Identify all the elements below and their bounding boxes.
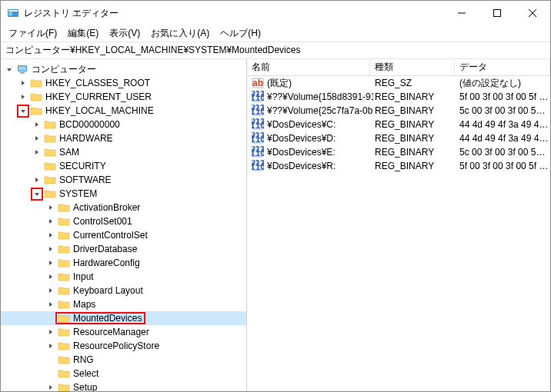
tree-label: SECURITY xyxy=(59,161,106,171)
tree-item-RNG[interactable]: RNG xyxy=(1,353,246,367)
chevron-right-icon[interactable] xyxy=(32,133,42,144)
tree-item-CurrentControlSet[interactable]: CurrentControlSet xyxy=(1,228,246,242)
svg-marker-26 xyxy=(49,288,52,293)
value-row[interactable]: 011110¥??¥Volume{25c7fa7a-0b...REG_BINAR… xyxy=(247,104,550,118)
tree-label: ControlSet001 xyxy=(73,216,132,227)
value-type: REG_BINARY xyxy=(373,161,458,171)
tree-item--------[interactable]: コンピューター xyxy=(1,62,246,76)
tree-item-HKEY-CURRENT-USER[interactable]: HKEY_CURRENT_USER xyxy=(1,90,246,104)
folder-icon xyxy=(44,188,56,199)
tree-item-HardwareConfig[interactable]: HardwareConfig xyxy=(1,256,246,270)
list-view[interactable]: 名前 種類 データ ab(既定)REG_SZ(値の設定なし)011110¥??¥… xyxy=(247,59,550,391)
tree-label: Keyboard Layout xyxy=(73,285,143,296)
svg-rect-11 xyxy=(20,72,25,74)
tree-view[interactable]: コンピューターHKEY_CLASSES_ROOTHKEY_CURRENT_USE… xyxy=(1,59,247,391)
chevron-right-icon[interactable] xyxy=(45,257,56,268)
menu-help[interactable]: ヘルプ(H) xyxy=(215,25,265,42)
computer-icon xyxy=(16,64,28,75)
col-header-data[interactable]: データ xyxy=(455,59,550,75)
value-data: 5f 00 3f 00 3f 00 5f 00 55 0 xyxy=(458,91,550,102)
value-row[interactable]: 011110¥DosDevices¥E:REG_BINARY5c 00 3f 0… xyxy=(247,145,550,159)
chevron-right-icon[interactable] xyxy=(45,285,56,296)
tree-item-SYSTEM[interactable]: SYSTEM xyxy=(1,187,246,201)
value-row[interactable]: ab(既定)REG_SZ(値の設定なし) xyxy=(247,76,550,90)
tree-item-Select[interactable]: Select xyxy=(1,367,246,380)
chevron-right-icon[interactable] xyxy=(32,147,42,158)
svg-text:110: 110 xyxy=(252,148,264,158)
chevron-right-icon[interactable] xyxy=(45,341,56,351)
chevron-right-icon[interactable] xyxy=(45,230,56,241)
value-row[interactable]: 011110¥??¥Volume{158d8391-91...REG_BINAR… xyxy=(247,90,550,104)
menu-file[interactable]: ファイル(F) xyxy=(4,25,62,42)
chevron-right-icon[interactable] xyxy=(45,327,56,337)
chevron-right-icon[interactable] xyxy=(45,299,56,310)
address-bar[interactable]: コンピューター¥HKEY_LOCAL_MACHINE¥SYSTEM¥Mounte… xyxy=(1,42,550,59)
value-name: ¥DosDevices¥E: xyxy=(267,147,336,158)
value-row[interactable]: 011110¥DosDevices¥D:REG_BINARY44 4d 49 4… xyxy=(247,131,550,145)
chevron-right-icon[interactable] xyxy=(45,271,56,282)
chevron-right-icon[interactable] xyxy=(45,202,56,213)
tree-item-HKEY-LOCAL-MACHINE[interactable]: HKEY_LOCAL_MACHINE xyxy=(1,104,246,118)
chevron-down-icon[interactable] xyxy=(18,105,28,116)
svg-marker-20 xyxy=(49,205,52,210)
tree-label: MountedDevices xyxy=(73,313,142,324)
maximize-button[interactable] xyxy=(479,1,515,25)
chevron-right-icon[interactable] xyxy=(18,91,28,102)
svg-text:110: 110 xyxy=(252,92,264,103)
value-data: (値の設定なし) xyxy=(458,77,550,90)
tree-item-Setup[interactable]: Setup xyxy=(1,380,246,391)
menu-edit[interactable]: 編集(E) xyxy=(63,25,103,42)
tree-item-SECURITY[interactable]: SECURITY xyxy=(1,159,246,173)
tree-item-DriverDatabase[interactable]: DriverDatabase xyxy=(1,242,246,256)
minimize-button[interactable] xyxy=(444,1,479,25)
value-data: 5c 00 3f 00 3f 00 5c 00 53 xyxy=(458,147,550,158)
tree-item-BCD00000000[interactable]: BCD00000000 xyxy=(1,118,246,131)
menu-favorites[interactable]: お気に入り(A) xyxy=(146,25,214,42)
tree-item-MountedDevices[interactable]: MountedDevices xyxy=(1,311,246,325)
tree-label: CurrentControlSet xyxy=(73,230,148,241)
value-name: ¥DosDevices¥R: xyxy=(267,161,336,171)
folder-icon xyxy=(58,354,70,365)
binary-value-icon: 011110 xyxy=(252,105,264,117)
binary-value-icon: 011110 xyxy=(252,91,264,103)
address-text: コンピューター¥HKEY_LOCAL_MACHINE¥SYSTEM¥Mounte… xyxy=(5,44,300,57)
chevron-right-icon[interactable] xyxy=(45,244,56,254)
tree-item-ResourceManager[interactable]: ResourceManager xyxy=(1,325,246,339)
menu-view[interactable]: 表示(V) xyxy=(105,25,145,42)
value-type: REG_SZ xyxy=(373,78,458,88)
chevron-right-icon[interactable] xyxy=(45,216,56,227)
svg-marker-25 xyxy=(49,274,52,279)
tree-item-HARDWARE[interactable]: HARDWARE xyxy=(1,131,246,145)
tree-label: Maps xyxy=(73,299,95,310)
tree-item-HKEY-CLASSES-ROOT[interactable]: HKEY_CLASSES_ROOT xyxy=(1,76,246,90)
tree-item-ControlSet001[interactable]: ControlSet001 xyxy=(1,214,246,228)
chevron-right-icon[interactable] xyxy=(32,174,42,185)
svg-marker-15 xyxy=(35,122,38,127)
chevron-right-icon[interactable] xyxy=(18,78,28,88)
tree-item-SOFTWARE[interactable]: SOFTWARE xyxy=(1,173,246,187)
chevron-down-icon[interactable] xyxy=(4,64,15,75)
value-data: 44 4d 49 4f 3a 49 44 3a d9 xyxy=(458,119,550,130)
value-row[interactable]: 011110¥DosDevices¥C:REG_BINARY44 4d 49 4… xyxy=(247,118,550,131)
tree-item-Input[interactable]: Input xyxy=(1,270,246,284)
close-button[interactable] xyxy=(515,1,550,25)
tree-item-Maps[interactable]: Maps xyxy=(1,297,246,311)
chevron-right-icon[interactable] xyxy=(45,382,56,391)
svg-marker-22 xyxy=(49,233,52,238)
chevron-right-icon[interactable] xyxy=(32,119,42,130)
value-data: 44 4d 49 4f 3a 49 44 3a d5 xyxy=(458,133,550,144)
value-row[interactable]: 011110¥DosDevices¥R:REG_BINARY5f 00 3f 0… xyxy=(247,159,550,173)
tree-item-ActivationBroker[interactable]: ActivationBroker xyxy=(1,201,246,214)
folder-icon xyxy=(58,257,70,268)
tree-label: ResourcePolicyStore xyxy=(73,341,159,351)
tree-label: BCD00000000 xyxy=(59,119,120,130)
tree-item-SAM[interactable]: SAM xyxy=(1,145,246,159)
col-header-name[interactable]: 名前 xyxy=(247,59,370,75)
value-type: REG_BINARY xyxy=(373,119,458,130)
folder-icon xyxy=(58,382,70,391)
col-header-type[interactable]: 種類 xyxy=(370,59,455,75)
chevron-down-icon[interactable] xyxy=(32,188,42,199)
tree-item-ResourcePolicyStore[interactable]: ResourcePolicyStore xyxy=(1,339,246,353)
value-name: (既定) xyxy=(267,77,292,90)
tree-item-Keyboard-Layout[interactable]: Keyboard Layout xyxy=(1,284,246,297)
